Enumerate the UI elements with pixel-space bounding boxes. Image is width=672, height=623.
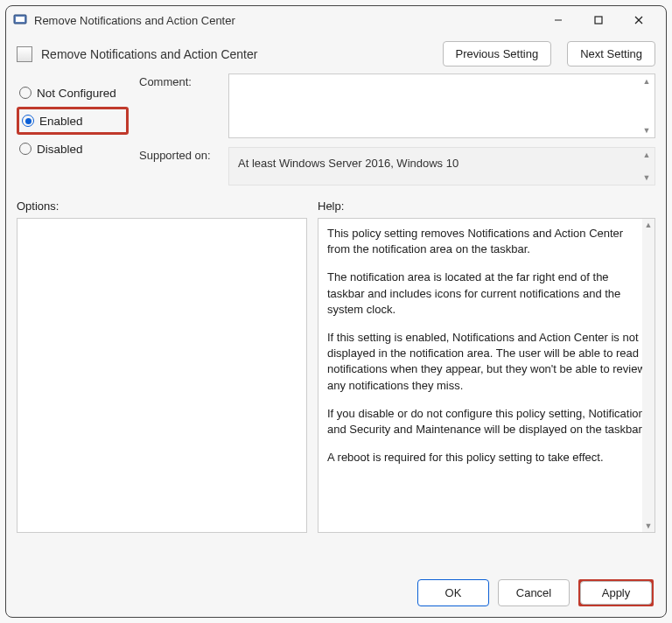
scroll-up-icon[interactable]: ▲ <box>641 150 652 160</box>
apply-highlight: Apply <box>578 579 654 606</box>
comment-row: Comment: ▲ ▼ <box>139 74 655 138</box>
cancel-button[interactable]: Cancel <box>498 579 570 606</box>
comment-textarea[interactable]: ▲ ▼ <box>228 74 655 138</box>
dialog-footer: OK Cancel Apply <box>6 569 666 617</box>
radio-label: Disabled <box>37 143 83 156</box>
help-paragraph: A reboot is required for this policy set… <box>327 450 646 466</box>
scroll-up-icon[interactable]: ▲ <box>641 76 652 87</box>
help-paragraph: If this setting is enabled, Notification… <box>327 330 646 394</box>
subheader: Remove Notifications and Action Center P… <box>6 34 666 74</box>
radio-label: Enabled <box>39 115 83 128</box>
fields: Comment: ▲ ▼ Supported on: At least Wind… <box>139 74 655 194</box>
panes: This policy setting removes Notification… <box>6 218 666 569</box>
help-pane: This policy setting removes Notification… <box>318 218 655 533</box>
scroll-down-icon[interactable]: ▼ <box>641 125 652 136</box>
supported-value: At least Windows Server 2016, Windows 10 <box>238 157 458 170</box>
config-row: Not Configured Enabled Disabled Comment:… <box>6 74 666 194</box>
maximize-button[interactable] <box>578 8 619 32</box>
state-radios: Not Configured Enabled Disabled <box>17 74 129 194</box>
radio-label: Not Configured <box>37 87 116 100</box>
radio-enabled[interactable]: Enabled <box>17 107 129 135</box>
close-button[interactable] <box>619 8 659 32</box>
help-scrollbar[interactable]: ▲ ▼ <box>642 219 654 532</box>
app-icon <box>13 13 27 27</box>
radio-disabled[interactable]: Disabled <box>17 135 129 163</box>
minimize-button[interactable] <box>538 8 578 32</box>
titlebar: Remove Notifications and Action Center <box>6 6 666 34</box>
options-label: Options: <box>17 200 307 213</box>
radio-icon <box>19 143 32 155</box>
svg-rect-3 <box>595 17 602 24</box>
next-setting-button[interactable]: Next Setting <box>567 41 655 66</box>
radio-not-configured[interactable]: Not Configured <box>17 79 129 107</box>
help-paragraph: The notification area is located at the … <box>327 270 646 318</box>
supported-label: Supported on: <box>139 147 220 186</box>
apply-button[interactable]: Apply <box>580 581 652 605</box>
previous-setting-button[interactable]: Previous Setting <box>443 41 552 66</box>
radio-icon <box>22 115 34 127</box>
svg-rect-1 <box>16 17 24 22</box>
supported-on-box: At least Windows Server 2016, Windows 10… <box>228 147 655 186</box>
scroll-down-icon[interactable]: ▼ <box>642 520 654 532</box>
policy-editor-window: Remove Notifications and Action Center R… <box>5 5 667 618</box>
scroll-down-icon[interactable]: ▼ <box>641 172 652 183</box>
radio-icon <box>19 87 32 99</box>
ok-button[interactable]: OK <box>417 579 489 606</box>
policy-icon <box>17 46 32 62</box>
supported-row: Supported on: At least Windows Server 20… <box>139 147 655 186</box>
help-label: Help: <box>318 200 344 213</box>
options-pane <box>17 218 307 533</box>
help-paragraph: This policy setting removes Notification… <box>327 226 646 257</box>
comment-label: Comment: <box>139 74 220 138</box>
window-title: Remove Notifications and Action Center <box>34 14 538 27</box>
help-paragraph: If you disable or do not configure this … <box>327 406 646 438</box>
policy-title: Remove Notifications and Action Center <box>41 47 427 61</box>
section-labels: Options: Help: <box>6 194 666 218</box>
scroll-up-icon[interactable]: ▲ <box>642 219 654 231</box>
